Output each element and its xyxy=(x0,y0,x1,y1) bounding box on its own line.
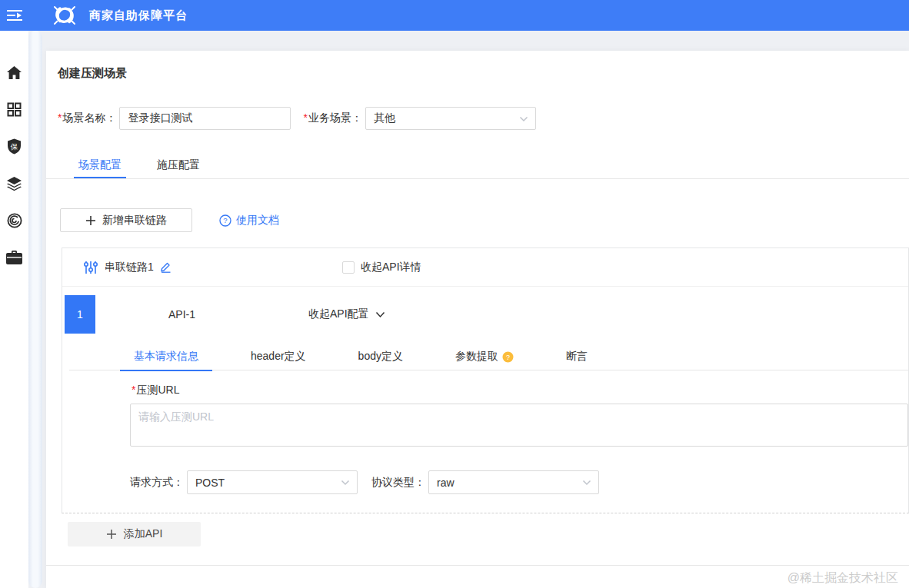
chevron-down-icon xyxy=(341,480,350,486)
app-header: 商家自助保障平台 xyxy=(0,0,909,31)
protocol-select[interactable]: raw xyxy=(428,470,599,494)
method-protocol-row: 请求方式： POST 协议类型： raw xyxy=(130,470,599,494)
collapse-detail-label: 收起API详情 xyxy=(361,261,421,274)
layers-icon xyxy=(6,176,22,191)
collapse-detail-control: 收起API详情 xyxy=(342,248,421,287)
main-panel: 创建压测场景 *场景名称： *业务场景： 其他 场景配置 施压配置 xyxy=(46,51,909,588)
add-api-label: 添加API xyxy=(124,527,163,541)
sidebar-item-home[interactable] xyxy=(5,65,24,81)
protocol-label: 协议类型： xyxy=(371,476,425,490)
docs-label: 使用文档 xyxy=(236,214,279,228)
svg-text:?: ? xyxy=(506,354,510,361)
sidebar-item-transactions[interactable] xyxy=(5,212,24,228)
shield-char: 保 xyxy=(10,142,18,151)
plus-icon xyxy=(85,215,96,226)
chain-panel: 串联链路1 收起API详情 1 API-1 收起API配置 xyxy=(62,247,909,513)
chain-header: 串联链路1 收起API详情 xyxy=(62,248,908,287)
main-tabs: 场景配置 施压配置 xyxy=(46,154,909,179)
method-value: POST xyxy=(195,477,225,489)
sidebar-item-apps[interactable] xyxy=(5,101,24,118)
edit-icon[interactable] xyxy=(160,261,171,273)
api-name: API-1 xyxy=(168,295,195,334)
home-icon xyxy=(6,65,22,81)
shield-icon: 保 xyxy=(7,138,22,154)
tab-basic-request-info[interactable]: 基本请求信息 xyxy=(120,343,212,370)
sidebar-item-business[interactable] xyxy=(5,249,24,265)
sidebar-item-protection[interactable]: 保 xyxy=(5,138,24,154)
chain-body: 1 API-1 收起API配置 基本请求信息 header定义 body定义 xyxy=(62,287,908,513)
page-title: 创建压测场景 xyxy=(58,66,127,81)
business-scenario-value: 其他 xyxy=(374,111,395,125)
tab-header-define[interactable]: header定义 xyxy=(237,343,320,370)
url-field-label: *压测URL xyxy=(132,384,179,397)
api-tabs: 基本请求信息 header定义 body定义 参数提取 ? xyxy=(69,343,908,370)
url-input[interactable] xyxy=(130,404,908,447)
add-chain-button[interactable]: 新增串联链路 xyxy=(60,208,192,232)
collapse-config-toggle[interactable]: 收起API配置 xyxy=(308,295,385,334)
chevron-down-icon xyxy=(519,116,528,122)
docs-link[interactable]: ? 使用文档 xyxy=(219,214,279,228)
chevron-down-icon xyxy=(582,480,591,486)
business-scenario-label: *业务场景： xyxy=(303,111,361,125)
svg-text:?: ? xyxy=(223,216,227,224)
add-chain-label: 新增串联链路 xyxy=(102,214,167,228)
sliders-icon xyxy=(83,261,98,274)
collapse-detail-checkbox[interactable] xyxy=(342,261,355,274)
required-mark: * xyxy=(58,111,62,124)
footer-divider xyxy=(46,565,909,566)
vertical-scrollbar[interactable] xyxy=(28,31,42,588)
sidebar: 保 xyxy=(0,31,28,588)
api-index-badge: 1 xyxy=(65,295,95,334)
add-api-button[interactable]: 添加API xyxy=(68,522,201,546)
sidebar-item-layers[interactable] xyxy=(5,175,24,191)
protocol-value: raw xyxy=(437,477,454,489)
tab-assertion[interactable]: 断言 xyxy=(552,343,601,370)
method-label: 请求方式： xyxy=(130,476,184,490)
scenario-name-input[interactable] xyxy=(119,107,291,130)
toolbar: 新增串联链路 ? 使用文档 xyxy=(60,208,279,232)
app-title: 商家自助保障平台 xyxy=(89,8,188,23)
watermark: @稀土掘金技术社区 xyxy=(787,570,898,586)
scenario-form-row: *场景名称： *业务场景： 其他 xyxy=(58,107,536,130)
scenario-name-label: *场景名称： xyxy=(58,111,116,125)
required-mark: * xyxy=(132,384,135,396)
tab-body-define[interactable]: body定义 xyxy=(345,343,417,370)
method-select[interactable]: POST xyxy=(187,470,358,494)
question-circle-icon: ? xyxy=(219,214,231,227)
grid-icon xyxy=(7,102,22,117)
collapse-config-label: 收起API配置 xyxy=(308,307,369,321)
chevron-down-icon xyxy=(375,311,385,318)
tab-pressure-config[interactable]: 施压配置 xyxy=(155,154,201,178)
plus-icon xyxy=(106,529,117,540)
tab-scene-config[interactable]: 场景配置 xyxy=(77,154,123,178)
question-circle-orange-icon: ? xyxy=(502,351,514,363)
briefcase-icon xyxy=(6,251,22,264)
chain-title: 串联链路1 xyxy=(105,261,154,274)
app-logo-icon xyxy=(45,2,85,28)
coin-icon xyxy=(7,213,22,228)
business-scenario-select[interactable]: 其他 xyxy=(365,107,536,130)
required-mark: * xyxy=(303,111,307,124)
tab-param-extract[interactable]: 参数提取 ? xyxy=(441,343,528,370)
menu-collapse-icon[interactable] xyxy=(0,0,29,31)
